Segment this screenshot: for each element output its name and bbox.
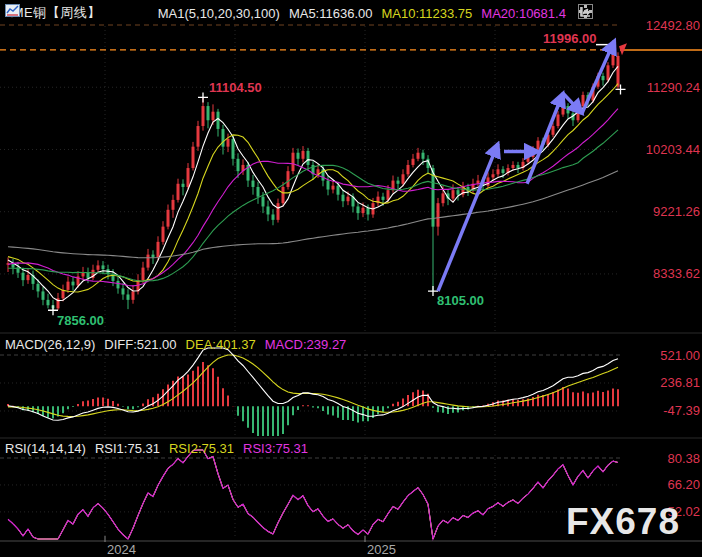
chart-app: 12492.8011290.2410203.449221.268333.6252… [0, 0, 702, 557]
ma10-line [8, 84, 618, 292]
ma5-value: MA5:11636.00 [289, 6, 373, 21]
rsi-pane [8, 450, 618, 539]
rsi3-line [8, 450, 618, 539]
ma100-line [8, 171, 618, 258]
chart-toolbar [578, 4, 647, 19]
axis-label: -47.39 [663, 403, 700, 418]
axis-label: 8333.62 [653, 266, 700, 281]
trend-arrow [582, 41, 615, 114]
axis-label: 236.81 [660, 375, 700, 390]
macd-dea-value: DEA:401.37 [186, 337, 256, 352]
plus-marker [198, 92, 208, 102]
ma-settings-label: MA1(5,10,20,30,100) [158, 6, 280, 21]
rsi1-value: RSI1:75.31 [95, 441, 160, 456]
annotation-arrows [438, 41, 615, 291]
chart-header: LME铜【周线】 MA1(5,10,20,30,100) MA5:11636.0… [5, 4, 566, 22]
rsi2-value: RSI2:75.31 [169, 441, 234, 456]
rsi1-line [8, 450, 618, 539]
macd-diff-line [8, 348, 618, 420]
ma20-value: MA20:10681.4 [481, 6, 566, 21]
price-annotation: 11104.50 [209, 80, 262, 95]
auto-scale-tool-icon[interactable] [596, 4, 611, 19]
macd-pane [8, 348, 618, 436]
time-axis-label: 2025 [367, 542, 396, 557]
axis-label: 10203.44 [646, 142, 700, 157]
axis-label: 12492.80 [646, 18, 700, 33]
macd-diff-value: DIFF:521.00 [104, 337, 176, 352]
price-annotation: 8105.00 [437, 293, 484, 308]
trend-arrow [527, 93, 563, 183]
rsi3-value: RSI3:75.31 [243, 441, 308, 456]
price-annotation: 7856.00 [57, 313, 104, 328]
macd-header: MACD(26,12,9) DIFF:521.00 DEA:401.37 MAC… [5, 337, 346, 352]
axis-label: 66.20 [667, 477, 700, 492]
rsi2-line [8, 450, 618, 539]
forward-tool-icon[interactable] [614, 4, 629, 19]
trend-arrow [438, 144, 498, 291]
time-axis-label: 2024 [107, 542, 136, 557]
fx678-watermark: FX678 [566, 501, 680, 543]
macd-bar-value: MACD:239.27 [265, 337, 347, 352]
axis-label: 11290.24 [647, 80, 700, 95]
axis-label: 9221.26 [653, 204, 700, 219]
price-axis-labels: 12492.8011290.2410203.449221.268333.6252… [646, 18, 700, 520]
price-markers [48, 43, 627, 315]
rsi-title: RSI(14,14,14) [5, 441, 86, 456]
ma10-value: MA10:11233.75 [381, 6, 472, 21]
pan-right-tool-icon[interactable] [632, 4, 647, 19]
rsi-header: RSI(14,14,14) RSI1:75.31 RSI2:75.31 RSI3… [5, 441, 308, 456]
axis-label: 521.00 [660, 348, 700, 363]
chart-canvas[interactable]: 12492.8011290.2410203.449221.268333.6252… [0, 0, 702, 557]
price-annotation: 11996.00 [543, 31, 597, 46]
collapse-icon[interactable] [110, 6, 125, 21]
macd-title: MACD(26,12,9) [5, 337, 95, 352]
axis-label: 80.38 [667, 451, 700, 466]
ma20-line [8, 109, 618, 286]
mini-chart-icon[interactable] [134, 6, 149, 21]
